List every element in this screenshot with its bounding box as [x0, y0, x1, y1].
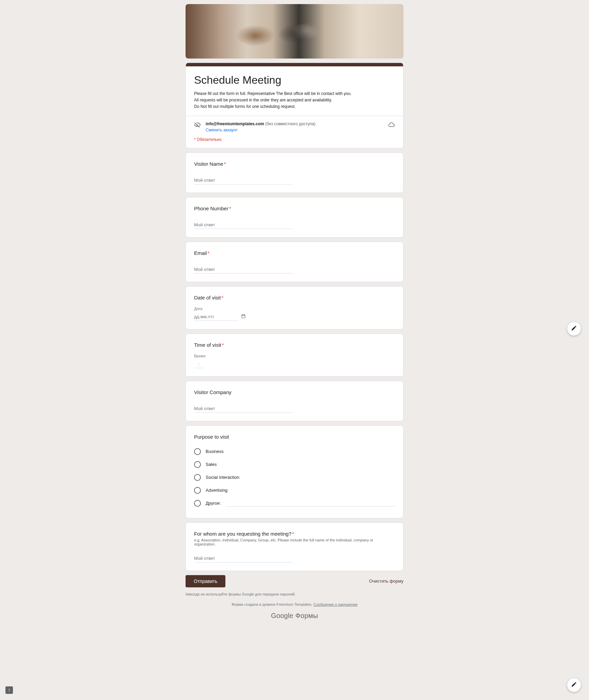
date-input[interactable]	[194, 313, 238, 321]
account-sharing-note: (без совместного доступа)	[265, 121, 315, 126]
radio-icon	[194, 461, 201, 468]
edit-form-button-bottom[interactable]	[567, 678, 581, 692]
radio-label: Sales	[206, 462, 217, 467]
question-visitor-name: Visitor Name*	[186, 152, 403, 193]
footer-domain-note: Форма создана в домене Freemium Template…	[186, 602, 403, 606]
report-problem-chip[interactable]: !	[5, 686, 13, 694]
question-date-of-visit: Date of visit* Дата	[186, 286, 403, 329]
calendar-icon[interactable]	[241, 314, 246, 320]
radio-icon	[194, 474, 201, 481]
radio-label: Business	[206, 449, 224, 454]
question-label: Purpose to visit	[194, 434, 395, 440]
question-label: Date of visit*	[194, 295, 395, 300]
other-text-input[interactable]	[226, 500, 395, 507]
question-for-whom: For whom are you requesting the meeting?…	[186, 522, 403, 571]
visitor-company-input[interactable]	[194, 405, 293, 413]
edit-form-button[interactable]	[567, 322, 581, 336]
account-email: info@freemiumtemplates.com	[206, 121, 264, 126]
question-purpose: Purpose to visit Business Sales Social i…	[186, 425, 403, 518]
radio-option-social[interactable]: Social interaction	[194, 471, 395, 484]
question-label: Visitor Company	[194, 389, 395, 395]
visitor-name-input[interactable]	[194, 176, 293, 184]
form-header-card: Schedule Meeting Please fill out the for…	[186, 63, 403, 148]
google-forms-logo[interactable]: Google Формы	[186, 612, 403, 620]
question-email: Email*	[186, 242, 403, 282]
question-description: e.g. Association, Individual, Company, G…	[194, 538, 395, 546]
for-whom-input[interactable]	[194, 554, 293, 563]
radio-label: Advertising	[206, 488, 227, 493]
radio-label: Другое:	[206, 501, 221, 506]
pencil-icon	[571, 325, 577, 332]
submit-button[interactable]: Отправить	[186, 575, 225, 587]
accent-bar	[186, 63, 403, 66]
radio-option-other[interactable]: Другое:	[194, 497, 395, 510]
date-sub-label: Дата	[194, 307, 395, 311]
question-label: Visitor Name*	[194, 161, 395, 167]
radio-icon	[194, 448, 201, 455]
phone-input[interactable]	[194, 221, 293, 229]
clear-form-link[interactable]: Очистить форму	[369, 579, 403, 584]
question-label: For whom are you requesting the meeting?…	[194, 531, 395, 537]
time-input[interactable]	[194, 360, 204, 368]
form-title: Schedule Meeting	[194, 74, 395, 86]
switch-account-link[interactable]: Сменить аккаунт	[206, 128, 238, 132]
radio-option-advertising[interactable]: Advertising	[194, 484, 395, 497]
password-warning: Никогда не используйте формы Google для …	[186, 592, 403, 596]
question-label: Time of visit*	[194, 342, 395, 348]
time-sub-label: Время	[194, 354, 395, 358]
radio-icon	[194, 500, 201, 507]
radio-icon	[194, 487, 201, 494]
radio-label: Social interaction	[206, 475, 239, 480]
pencil-icon	[571, 681, 577, 689]
radio-option-business[interactable]: Business	[194, 445, 395, 458]
question-time-of-visit: Time of visit* Время	[186, 333, 403, 377]
email-input[interactable]	[194, 265, 293, 274]
cloud-icon	[388, 121, 395, 128]
question-phone: Phone Number*	[186, 197, 403, 238]
radio-option-sales[interactable]: Sales	[194, 458, 395, 471]
exclamation-icon: !	[9, 688, 10, 693]
form-description: Please fill out the form in full. Repres…	[194, 91, 395, 110]
question-label: Email*	[194, 250, 395, 256]
form-banner-image	[186, 4, 403, 59]
required-indicator-note: * Обязательно	[186, 134, 403, 148]
question-visitor-company: Visitor Company	[186, 381, 403, 421]
question-label: Phone Number*	[194, 206, 395, 211]
eye-off-icon	[194, 121, 201, 128]
report-abuse-link[interactable]: Сообщение о нарушении	[314, 602, 357, 606]
